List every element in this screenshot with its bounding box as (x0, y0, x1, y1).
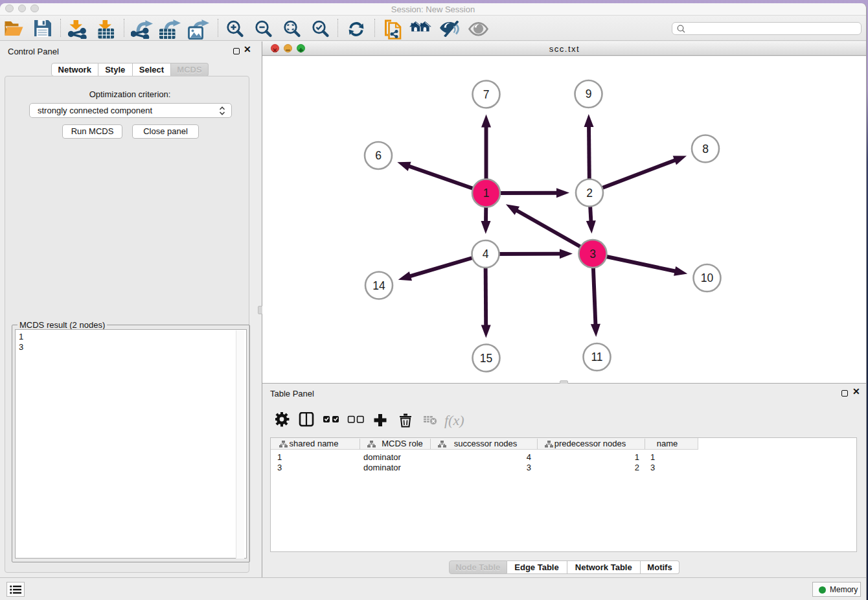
svg-text:1: 1 (483, 187, 490, 200)
svg-text:4: 4 (483, 248, 489, 260)
svg-text:15: 15 (480, 352, 492, 365)
svg-text:f(x): f(x) (444, 412, 464, 428)
svg-text:8: 8 (702, 143, 709, 156)
svg-text:6: 6 (375, 149, 382, 162)
svg-text:14: 14 (372, 279, 385, 292)
svg-text:3: 3 (589, 248, 596, 260)
svg-text:2: 2 (586, 187, 593, 200)
svg-text:9: 9 (586, 87, 592, 100)
svg-text:10: 10 (701, 271, 714, 284)
svg-text:11: 11 (591, 351, 602, 363)
svg-text:7: 7 (483, 88, 490, 101)
